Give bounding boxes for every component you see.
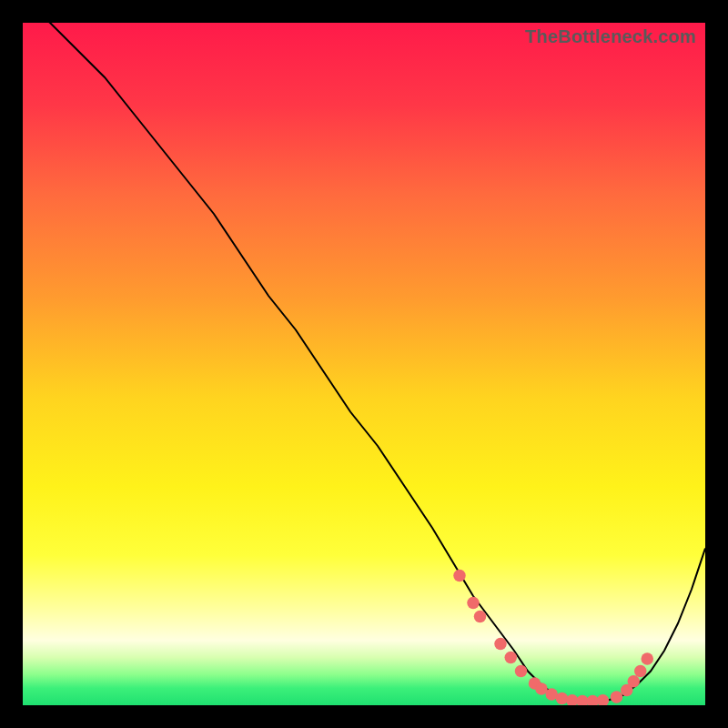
- marker-point: [453, 570, 466, 582]
- marker-point: [642, 652, 654, 665]
- chart-svg: [23, 23, 705, 705]
- plot-area: TheBottleneck.com: [23, 23, 705, 705]
- chart-frame: TheBottleneck.com: [0, 0, 728, 728]
- bottleneck-curve: [23, 23, 705, 702]
- attribution-label: TheBottleneck.com: [525, 26, 696, 47]
- marker-point: [628, 675, 641, 688]
- marker-point: [494, 638, 507, 651]
- marker-point: [467, 597, 480, 610]
- marker-point: [556, 693, 569, 705]
- marker-point: [515, 665, 528, 678]
- highlight-markers: [453, 570, 653, 705]
- marker-point: [597, 694, 610, 705]
- marker-point: [474, 611, 487, 623]
- marker-point: [634, 665, 647, 678]
- marker-point: [505, 652, 518, 664]
- marker-point: [611, 691, 623, 703]
